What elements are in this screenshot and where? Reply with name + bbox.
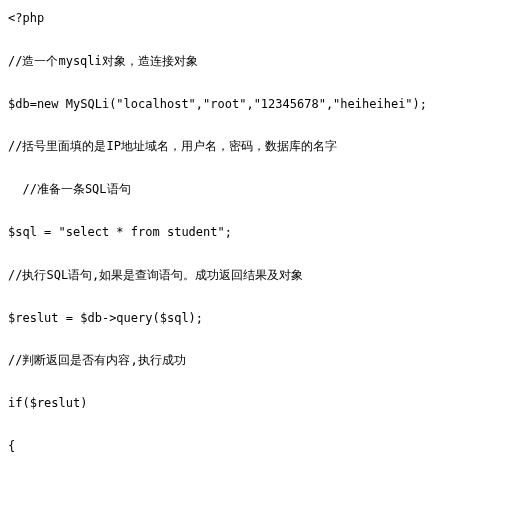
code-line: $sql = "select * from student"; — [8, 224, 510, 241]
code-line: $db=new MySQLi("localhost","root","12345… — [8, 96, 510, 113]
code-line: //造一个mysqli对象，造连接对象 — [8, 53, 510, 70]
code-line: //判断返回是否有内容,执行成功 — [8, 352, 510, 369]
code-line: //准备一条SQL语句 — [8, 181, 510, 198]
code-line: { — [8, 438, 510, 455]
code-line: $reslut = $db->query($sql); — [8, 310, 510, 327]
code-line: <?php — [8, 10, 510, 27]
code-line: if($reslut) — [8, 395, 510, 412]
code-line: //执行SQL语句,如果是查询语句。成功返回结果及对象 — [8, 267, 510, 284]
code-line: //括号里面填的是IP地址域名，用户名，密码，数据库的名字 — [8, 138, 510, 155]
code-block: <?php //造一个mysqli对象，造连接对象 $db=new MySQLi… — [8, 10, 510, 455]
